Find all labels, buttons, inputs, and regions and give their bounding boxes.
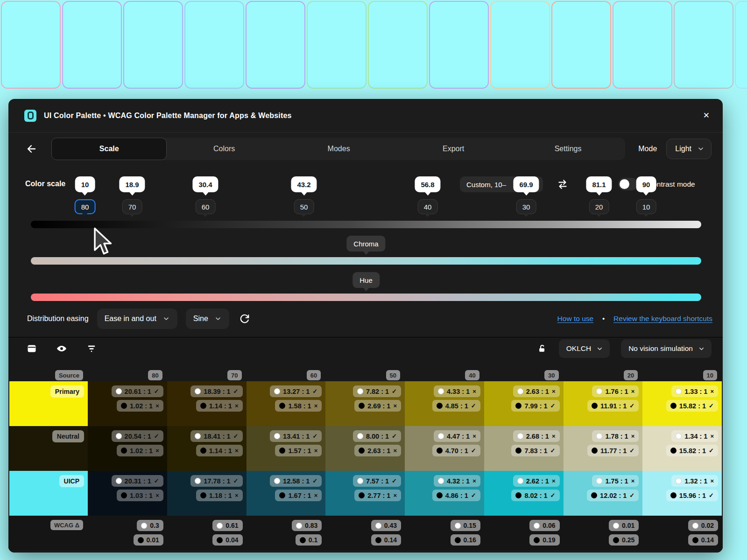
reset-easing-button[interactable] xyxy=(238,312,252,326)
canvas-frame[interactable] xyxy=(490,1,550,89)
canvas-frame[interactable] xyxy=(123,1,183,89)
pass-check-icon: ✓ xyxy=(154,433,159,440)
black-text-dot xyxy=(437,492,443,498)
shade-swatch[interactable]: 20.31 : 1✓1.03 : 1× xyxy=(88,471,167,516)
canvas-frame[interactable] xyxy=(62,1,122,89)
canvas-frame[interactable] xyxy=(307,1,366,89)
dark-contrast-chip: 1.67 : 1× xyxy=(275,490,322,501)
source-swatch-neutral[interactable]: Neutral xyxy=(9,426,88,471)
shade-swatch[interactable]: 1.33 : 1×15.82 : 1✓ xyxy=(642,381,722,426)
close-icon[interactable]: ✕ xyxy=(703,112,710,119)
lightness-slider[interactable] xyxy=(31,221,701,228)
easing-curve-select[interactable]: Sine xyxy=(186,308,229,329)
shade-swatch[interactable]: 20.61 : 1✓1.02 : 1× xyxy=(88,381,167,426)
stop-chip-50[interactable]: 50 xyxy=(294,199,314,214)
stop-value-bubble[interactable]: 10 xyxy=(75,176,95,192)
delta-light-chip: 0.15 xyxy=(451,520,480,531)
easing-function-select[interactable]: Ease in and out xyxy=(97,308,177,329)
stop-value-bubble[interactable]: 43.2 xyxy=(291,176,317,192)
vision-simulation-select[interactable]: No vision simulation xyxy=(621,339,712,358)
shade-swatch[interactable]: 17.78 : 1✓1.18 : 1× xyxy=(167,471,247,516)
shade-swatch[interactable]: 7.82 : 1✓2.69 : 1× xyxy=(325,381,405,426)
shade-swatch[interactable]: 1.78 : 1×11.77 : 1✓ xyxy=(564,426,643,471)
light-contrast-chip: 7.82 : 1✓ xyxy=(353,385,401,397)
canvas-frame[interactable] xyxy=(1,1,61,89)
pass-check-icon: ✓ xyxy=(312,388,317,395)
header-cell: 80 xyxy=(88,370,167,380)
keyboard-shortcuts-link[interactable]: Review the keyboard shortcuts xyxy=(613,315,712,323)
source-swatch-uicp[interactable]: UICP xyxy=(9,471,88,516)
shade-swatch[interactable]: 1.34 : 1×15.82 : 1✓ xyxy=(642,426,722,471)
stop-chip-20[interactable]: 20 xyxy=(589,199,609,214)
filter-button[interactable] xyxy=(86,343,97,354)
color-space-select[interactable]: OKLCH xyxy=(559,339,610,358)
hue-slider[interactable] xyxy=(31,294,701,301)
canvas-frame[interactable] xyxy=(613,1,672,89)
delta-dark-chip: 0.1 xyxy=(296,534,322,546)
stop-value-bubble[interactable]: 90 xyxy=(636,176,656,192)
mode-select[interactable]: Light xyxy=(666,139,712,159)
tab-scale[interactable]: Scale xyxy=(51,138,167,160)
tab-colors[interactable]: Colors xyxy=(167,138,281,160)
contrast-ratio: 20.54 : 1 xyxy=(125,433,151,440)
canvas-frame[interactable] xyxy=(674,1,733,89)
preview-button[interactable] xyxy=(56,343,67,354)
shade-swatch[interactable]: 2.62 : 1×8.02 : 1✓ xyxy=(484,471,564,516)
shade-swatch[interactable]: 4.32 : 1×4.86 : 1✓ xyxy=(405,471,484,516)
delta-dark-chip: 0.01 xyxy=(134,534,163,546)
shade-swatch[interactable]: 7.57 : 1✓2.77 : 1× xyxy=(325,471,405,516)
how-to-use-link[interactable]: How to use xyxy=(557,315,594,323)
shade-swatch[interactable]: 1.75 : 1×12.02 : 1✓ xyxy=(564,471,643,516)
shade-swatch[interactable]: 4.33 : 1×4.85 : 1✓ xyxy=(405,381,484,426)
shade-swatch[interactable]: 8.00 : 1✓2.63 : 1× xyxy=(325,426,405,471)
shade-swatch[interactable]: 2.68 : 1×7.83 : 1✓ xyxy=(484,426,564,471)
stop-chip-70[interactable]: 70 xyxy=(122,199,142,214)
stop-value-bubble[interactable]: 18.9 xyxy=(119,176,145,192)
palette-view-button[interactable] xyxy=(26,343,37,354)
canvas-frame[interactable] xyxy=(429,1,489,89)
contrast-mode-toggle[interactable] xyxy=(618,178,638,190)
canvas-frame[interactable] xyxy=(551,1,611,89)
dark-contrast-chip: 2.69 : 1× xyxy=(354,400,401,412)
stop-value-bubble[interactable]: 81.1 xyxy=(586,176,612,192)
back-button[interactable] xyxy=(25,142,38,155)
black-text-dot xyxy=(534,537,540,543)
swap-stops-button[interactable] xyxy=(554,176,571,192)
contrast-ratio: 1.34 : 1 xyxy=(684,433,707,440)
canvas-frame[interactable] xyxy=(735,1,747,89)
delta-value: 0.61 xyxy=(226,522,238,529)
stop-value-bubble[interactable]: 30.4 xyxy=(192,176,218,192)
shade-swatch[interactable]: 1.32 : 1×15.96 : 1✓ xyxy=(642,471,722,516)
stop-value-bubble[interactable]: 69.9 xyxy=(513,176,539,192)
shade-swatch[interactable]: 13.27 : 1✓1.58 : 1× xyxy=(247,381,326,426)
delta-light-chip: 0.02 xyxy=(688,520,718,531)
shade-swatch[interactable]: 4.47 : 1×4.70 : 1✓ xyxy=(405,426,484,471)
stop-value-bubble[interactable]: 56.8 xyxy=(415,176,440,192)
shade-swatch[interactable]: 18.41 : 1✓1.14 : 1× xyxy=(167,426,247,471)
shade-swatch[interactable]: 20.54 : 1✓1.02 : 1× xyxy=(88,426,167,471)
wcag-delta-row: WCAG Δ0.30.010.610.040.830.10.430.140.15… xyxy=(8,516,723,550)
shade-swatch[interactable]: 18.39 : 1✓1.14 : 1× xyxy=(167,381,247,426)
tab-modes[interactable]: Modes xyxy=(282,138,396,160)
shade-swatch[interactable]: 2.63 : 1×7.99 : 1✓ xyxy=(484,381,564,426)
stop-chip-30[interactable]: 30 xyxy=(516,199,536,214)
tab-export[interactable]: Export xyxy=(396,138,510,160)
shade-swatch[interactable]: 1.76 : 1×11.91 : 1✓ xyxy=(564,381,643,426)
stop-chip-40[interactable]: 40 xyxy=(418,199,438,214)
canvas-frame[interactable] xyxy=(184,1,244,89)
stop-chip-60[interactable]: 60 xyxy=(196,199,216,214)
stop-chip-10[interactable]: 10 xyxy=(636,199,656,214)
wcag-delta-label-chip: WCAG Δ xyxy=(50,520,83,530)
tab-settings[interactable]: Settings xyxy=(511,138,625,160)
shade-swatch[interactable]: 13.41 : 1✓1.57 : 1× xyxy=(247,426,326,471)
canvas-frame[interactable] xyxy=(246,1,305,89)
chroma-slider[interactable] xyxy=(31,257,701,265)
source-swatch-primary[interactable]: Primary xyxy=(9,381,88,426)
delta-value: 0.14 xyxy=(384,536,397,544)
stop-chip-80[interactable]: 80 xyxy=(75,199,96,214)
lock-button[interactable] xyxy=(536,343,548,354)
delta-value: 0.43 xyxy=(384,522,397,529)
black-text-dot xyxy=(200,403,206,409)
canvas-frame[interactable] xyxy=(368,1,428,89)
shade-swatch[interactable]: 12.58 : 1✓1.67 : 1× xyxy=(247,471,326,516)
